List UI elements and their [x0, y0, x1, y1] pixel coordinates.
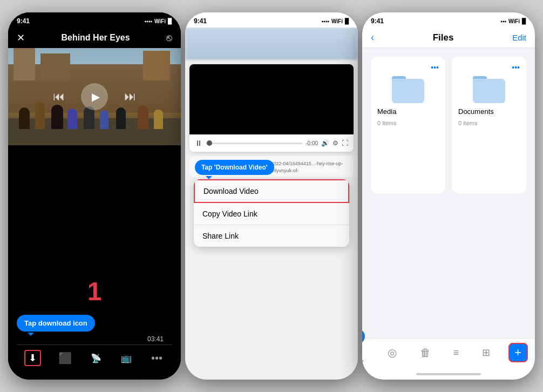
- documents-folder-icon: [473, 76, 505, 103]
- files-title: Files: [374, 32, 512, 43]
- tap-download-bubble: Tap download icon: [17, 315, 95, 332]
- cast-icon[interactable]: 📺: [119, 351, 134, 366]
- copy-video-link-item[interactable]: Copy Video Link: [194, 203, 349, 225]
- toolbar-time: 03:41: [147, 335, 164, 343]
- media-folder-icon: [392, 76, 424, 103]
- progress-dot: [207, 140, 212, 146]
- video-controls: ⏮ ▶ ⏭: [8, 48, 181, 145]
- play-icon: ▶: [92, 90, 100, 103]
- battery-icon-1: ▉: [168, 18, 172, 24]
- share-link-label: Share Link: [202, 232, 239, 240]
- phone1-bottom: 1 Tap download icon 03:41 ⬇ ⬛ 📡 📺 •••: [8, 145, 181, 380]
- battery-icon-2: ▉: [345, 18, 349, 24]
- time-1: 9:41: [17, 17, 30, 25]
- wifi-icon-2: WiFi: [331, 18, 343, 24]
- documents-folder-name: Documents: [458, 107, 494, 116]
- status-icons-1: ▪▪▪▪ WiFi ▉: [145, 18, 172, 24]
- signal-icon-2: ▪▪▪▪: [322, 18, 329, 24]
- screens-container: 9:41 ▪▪▪▪ WiFi ▉ ✕ Behind Her Eyes ⎋: [0, 0, 543, 392]
- download-video-item[interactable]: Download Video ← 2: [194, 179, 349, 203]
- step-1-number: 1: [17, 276, 172, 306]
- blurred-top: [185, 28, 358, 60]
- close-button-1[interactable]: ✕: [17, 32, 25, 44]
- phone-1: 9:41 ▪▪▪▪ WiFi ▉ ✕ Behind Her Eyes ⎋: [8, 12, 181, 380]
- context-menu: Download Video ← 2 Copy Video Link Share…: [194, 179, 349, 247]
- airplay-icon[interactable]: 📡: [89, 351, 104, 366]
- skip-fwd-icon[interactable]: ⏭: [124, 90, 136, 104]
- status-bar-2: 9:41 ▪▪▪▪ WiFi ▉: [185, 12, 358, 28]
- trash-icon[interactable]: 🗑: [416, 344, 435, 361]
- download-video-bubble: Tap 'Download Video': [195, 160, 274, 175]
- files-nav: ‹ Files Edit: [362, 28, 535, 48]
- page-title-1: Behind Her Eyes: [61, 33, 130, 43]
- share-link-item[interactable]: Share Link: [194, 225, 349, 247]
- status-icons-3: ▪▪▪ WiFi ▉: [500, 18, 526, 24]
- media-folder-name: Media: [377, 107, 396, 116]
- video-screen: [189, 64, 354, 134]
- phone1-toolbar: 03:41 ⬇ ⬛ 📡 📺 •••: [17, 344, 172, 371]
- share-button-1[interactable]: ⎋: [166, 32, 172, 44]
- home-indicator: [362, 369, 535, 380]
- pause-icon[interactable]: ⏸: [195, 139, 202, 147]
- time-display: -0:00: [306, 140, 318, 146]
- wifi-icon-3: WiFi: [508, 18, 520, 24]
- download-icon[interactable]: ⬇: [24, 350, 41, 366]
- arrow-to-plus: →: [362, 354, 366, 368]
- video-player: ⏸ -0:00 🔊 ⚙ ⛶: [189, 64, 354, 152]
- media-folder[interactable]: ••• Media 0 items: [371, 57, 445, 193]
- media-folder-count: 0 items: [377, 120, 396, 126]
- volume-icon[interactable]: 🔊: [321, 139, 329, 147]
- status-icons-2: ▪▪▪▪ WiFi ▉: [322, 18, 349, 24]
- files-bottom-bar: Tap '+' icon 3 → ◎ 🗑 ≡ ⊞ +: [362, 338, 535, 369]
- sort-icon[interactable]: ≡: [449, 345, 464, 361]
- documents-folder[interactable]: ••• Documents 0 items: [452, 57, 526, 193]
- documents-folder-menu[interactable]: •••: [512, 63, 520, 72]
- progress-bar[interactable]: [206, 143, 302, 144]
- fullscreen-icon[interactable]: ⛶: [342, 139, 348, 147]
- status-bar-1: 9:41 ▪▪▪▪ WiFi ▉: [8, 12, 181, 28]
- signal-icon-1: ▪▪▪▪: [145, 18, 152, 24]
- battery-icon-3: ▉: [522, 18, 526, 24]
- pip-icon[interactable]: ⬛: [56, 349, 74, 367]
- copy-link-label: Copy Video Link: [202, 209, 257, 218]
- media-folder-menu[interactable]: •••: [431, 63, 439, 72]
- context-menu-wrapper: Tap 'Download Video' Download Video ← 2 …: [189, 179, 354, 247]
- signal-icon-3: ▪▪▪: [500, 18, 506, 24]
- status-bar-3: 9:41 ▪▪▪ WiFi ▉: [362, 12, 535, 28]
- plus-button[interactable]: +: [508, 343, 528, 362]
- video-scene-1: ⏮ ▶ ⏭: [8, 48, 181, 145]
- spacer: [362, 202, 535, 339]
- edit-button-3[interactable]: Edit: [512, 33, 526, 42]
- time-2: 9:41: [194, 17, 207, 25]
- documents-folder-count: 0 items: [458, 120, 477, 126]
- player-controls: ⏸ -0:00 🔊 ⚙ ⛶: [189, 134, 354, 152]
- play-button[interactable]: ▶: [81, 83, 108, 110]
- skip-back-icon[interactable]: ⏮: [53, 90, 65, 104]
- download-video-label: Download Video: [203, 187, 259, 195]
- time-3: 9:41: [371, 17, 384, 25]
- move-icon[interactable]: ⊞: [478, 344, 494, 361]
- phone-2: 9:41 ▪▪▪▪ WiFi ▉ ⏸ -0:00 🔊: [185, 12, 358, 380]
- plus-icon: +: [514, 346, 521, 360]
- settings-icon[interactable]: ⚙: [332, 139, 338, 147]
- files-grid: ••• Media 0 items •••: [362, 48, 535, 202]
- more-icon[interactable]: •••: [149, 350, 165, 367]
- wifi-icon-1: WiFi: [154, 18, 166, 24]
- home-bar: [416, 373, 481, 375]
- phone-3: 9:41 ▪▪▪ WiFi ▉ ‹ Files Edit •••: [362, 12, 535, 380]
- phone1-header: ✕ Behind Her Eyes ⎋: [8, 28, 181, 48]
- camera-icon[interactable]: ◎: [383, 344, 401, 361]
